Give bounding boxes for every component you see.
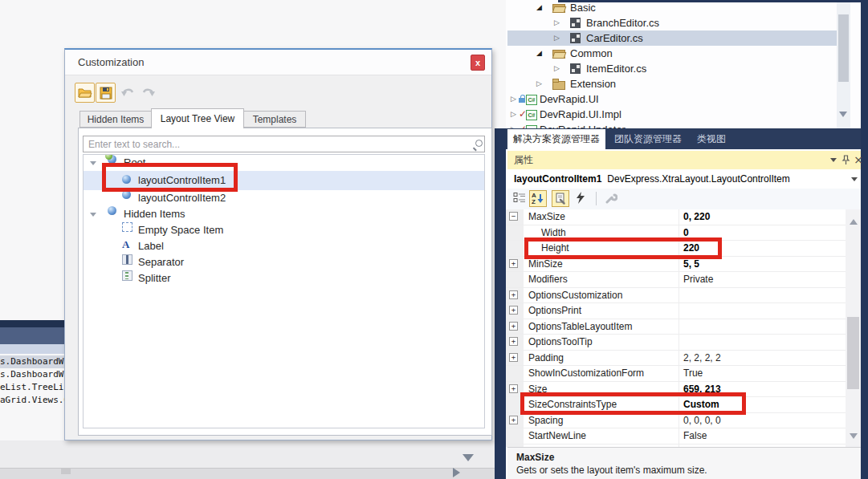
tree-row[interactable]: DevRapid.UI.Impl	[507, 107, 837, 122]
grid-scroll-down-icon[interactable]	[850, 433, 858, 443]
tree-row[interactable]: Common	[507, 46, 837, 61]
events-button[interactable]	[572, 190, 589, 207]
property-name[interactable]: Padding	[528, 351, 564, 365]
tab-solution-explorer[interactable]: 解决方案资源管理器	[507, 129, 605, 149]
property-row[interactable]: OptionsCustomization	[506, 288, 846, 304]
property-name[interactable]: Spacing	[528, 413, 563, 428]
property-value[interactable]: Private	[683, 272, 713, 286]
tab-class-view[interactable]: 类视图	[697, 128, 726, 149]
expand-toggle-icon[interactable]	[509, 212, 518, 221]
layout-tree-row[interactable]: Splitter	[84, 270, 484, 286]
property-pages-button[interactable]	[602, 190, 620, 207]
alphabetical-sort-button[interactable]: A Z	[529, 190, 547, 207]
search-icon[interactable]	[473, 140, 483, 149]
expander-icon[interactable]	[90, 254, 100, 270]
property-name[interactable]: OptionsPrint	[528, 303, 581, 318]
expander-icon[interactable]	[511, 107, 519, 122]
scroll-down-icon[interactable]	[463, 454, 474, 467]
dialog-titlebar[interactable]: Customization x	[65, 50, 491, 75]
tree-row[interactable]: DevRapid.Updater	[507, 122, 837, 128]
tab-templates[interactable]: Templates	[243, 111, 306, 128]
property-name[interactable]: MaxSize	[528, 209, 565, 224]
expand-toggle-icon[interactable]	[509, 306, 518, 315]
expander-icon[interactable]	[90, 222, 100, 238]
tree-item-label[interactable]: Extension	[570, 76, 616, 91]
property-row[interactable]: Spacing 0, 0, 0, 0	[506, 413, 846, 429]
expander-icon[interactable]	[536, 76, 544, 91]
tree-row[interactable]: BranchEditor.cs	[507, 15, 837, 30]
tree-item-label[interactable]: ItemEditor.cs	[586, 61, 646, 76]
layout-item-label[interactable]: Splitter	[138, 270, 170, 286]
layout-tree-row[interactable]: layoutControlItem2	[84, 190, 484, 206]
layout-item-label[interactable]: Separator	[138, 254, 184, 270]
property-row[interactable]: StartNewLine False	[506, 428, 846, 444]
layout-tree-row[interactable]: Empty Space Item	[84, 222, 484, 238]
layout-item-label[interactable]: Empty Space Item	[138, 222, 223, 238]
property-value[interactable]: 0, 0, 0, 0	[683, 413, 721, 428]
explorer-scrollbar-thumb[interactable]	[838, 14, 849, 82]
expander-icon[interactable]	[511, 91, 519, 107]
expander-icon[interactable]	[554, 30, 562, 46]
tree-item-label[interactable]: DevRapid.UI	[540, 91, 599, 107]
dialog-close-button[interactable]: x	[471, 55, 485, 71]
property-row[interactable]: OptionsToolTip	[506, 335, 846, 351]
expander-icon[interactable]	[90, 238, 100, 254]
horizontal-scrollbar-thumb[interactable]	[61, 469, 71, 474]
layout-item-label[interactable]: layoutControlItem2	[138, 190, 226, 206]
property-name[interactable]: Modifiers	[528, 272, 568, 286]
expander-icon[interactable]	[554, 61, 562, 76]
property-row[interactable]: Modifiers Private	[506, 272, 846, 288]
property-value[interactable]: 2, 2, 2, 2	[683, 351, 721, 365]
expander-icon[interactable]	[90, 190, 100, 206]
tree-item-label[interactable]: DevRapid.UI.Impl	[540, 107, 621, 122]
layout-tree-row[interactable]: Separator	[84, 254, 484, 270]
tree-row[interactable]: CarEditor.cs	[507, 30, 837, 46]
tree-row[interactable]: DevRapid.UI	[507, 91, 837, 107]
property-row[interactable]: MaxSize 0, 220	[506, 209, 846, 225]
save-layout-button[interactable]	[96, 83, 116, 103]
property-value[interactable]: False	[683, 428, 707, 443]
expander-icon[interactable]	[536, 46, 544, 61]
object-dropdown-chevron-icon[interactable]	[851, 177, 858, 185]
tree-item-label[interactable]: Common	[570, 46, 613, 61]
expand-toggle-icon[interactable]	[509, 259, 518, 268]
tab-team-explorer[interactable]: 团队资源管理器	[614, 128, 682, 149]
expand-toggle-icon[interactable]	[509, 322, 518, 331]
scroll-right-icon[interactable]	[453, 468, 465, 477]
expand-toggle-icon[interactable]	[509, 337, 518, 346]
expand-toggle-icon[interactable]	[509, 290, 518, 299]
grid-scrollbar-thumb[interactable]	[847, 317, 859, 389]
property-value[interactable]: True	[683, 366, 703, 380]
property-name[interactable]: OptionsTableLayoutItem	[528, 319, 632, 334]
property-name[interactable]: ShowInCustomizationForm	[528, 366, 644, 380]
pin-icon[interactable]	[842, 154, 850, 168]
expander-icon[interactable]	[90, 206, 100, 222]
property-name[interactable]: OptionsToolTip	[528, 335, 593, 349]
property-row[interactable]: OptionsPrint	[506, 303, 846, 319]
tree-row[interactable]: Extension	[507, 76, 837, 91]
properties-titlebar[interactable]: 属性	[507, 151, 861, 169]
tab-hidden-items[interactable]: Hidden Items	[79, 111, 152, 128]
undo-button[interactable]	[118, 83, 138, 103]
property-row[interactable]: Padding 2, 2, 2, 2	[506, 351, 846, 367]
property-name[interactable]: StartNewLine	[528, 428, 586, 443]
tab-layout-tree-view[interactable]: Layout Tree View	[151, 108, 244, 128]
layout-item-label[interactable]: Label	[138, 238, 164, 254]
properties-object-selector[interactable]: layoutControlItem1DevExpress.XtraLayout.…	[507, 169, 861, 189]
property-row[interactable]: OptionsTableLayoutItem	[506, 319, 846, 335]
property-row[interactable]: ShowInCustomizationForm True	[506, 366, 846, 382]
expander-icon[interactable]	[90, 171, 100, 187]
expand-toggle-icon[interactable]	[509, 384, 518, 393]
properties-view-button[interactable]	[552, 190, 569, 207]
expander-icon[interactable]	[511, 122, 519, 128]
property-value[interactable]: 0, 220	[683, 209, 710, 224]
layout-item-label[interactable]: Hidden Items	[124, 206, 185, 222]
expander-icon[interactable]	[536, 0, 544, 15]
tree-row[interactable]: ItemEditor.cs	[507, 61, 837, 76]
close-icon[interactable]: ×	[853, 151, 864, 169]
layout-tree-row[interactable]: Label	[84, 238, 484, 254]
layout-tree-row[interactable]: Hidden Items	[84, 206, 484, 222]
tree-item-label[interactable]: CarEditor.cs	[586, 30, 643, 46]
explorer-scroll-down-icon[interactable]	[839, 112, 847, 121]
categorized-button[interactable]	[511, 190, 528, 207]
